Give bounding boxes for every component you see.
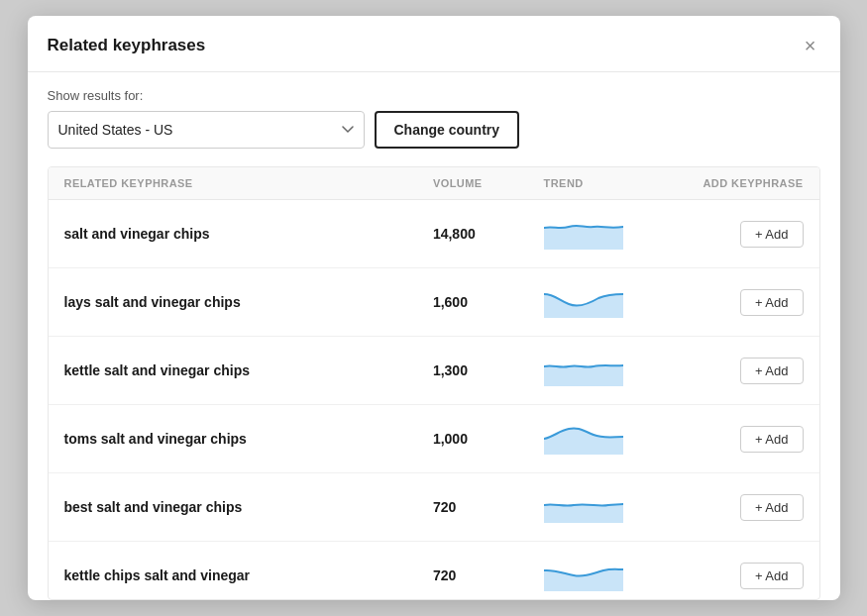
add-keyphrase-button[interactable]: + Add [740,426,804,453]
volume-cell: 720 [417,542,528,601]
keyphrase-cell: salt and vinegar chips [49,200,417,268]
add-cell: + Add [639,337,819,405]
volume-text: 1,600 [433,294,468,310]
col-header-volume: VOLUME [417,167,528,200]
trend-cell [528,200,639,268]
add-cell: + Add [639,542,819,601]
add-keyphrase-button[interactable]: + Add [740,358,804,384]
col-header-add: ADD KEYPHRASE [639,167,819,200]
volume-cell: 1,000 [417,405,528,473]
trend-cell [528,405,639,473]
table-row: salt and vinegar chips14,800+ Add [49,200,819,268]
add-cell: + Add [639,405,819,473]
keyphrase-text: kettle chips salt and vinegar [64,567,251,583]
country-row: United States - US United Kingdom - UK C… [48,111,820,149]
keyphrase-cell: best salt and vinegar chips [49,473,417,542]
table-row: toms salt and vinegar chips1,000+ Add [49,405,819,473]
volume-text: 1,000 [433,431,468,447]
keyphrase-cell: kettle salt and vinegar chips [49,337,417,405]
keyphrase-text: best salt and vinegar chips [64,499,243,515]
col-header-keyphrase: RELATED KEYPHRASE [49,167,417,200]
keyphrases-table: RELATED KEYPHRASE VOLUME TREND ADD KEYPH… [49,167,819,600]
col-header-trend: TREND [528,167,639,200]
keyphrase-text: toms salt and vinegar chips [64,431,247,447]
country-select[interactable]: United States - US United Kingdom - UK C… [48,111,365,149]
add-keyphrase-button[interactable]: + Add [740,563,804,589]
add-cell: + Add [639,200,819,268]
volume-text: 720 [433,499,456,515]
keyphrase-cell: toms salt and vinegar chips [49,405,417,473]
volume-text: 1,300 [433,362,468,378]
modal-overlay: Related keyphrases × Show results for: U… [0,0,867,616]
table-row: kettle salt and vinegar chips1,300+ Add [49,337,819,405]
add-keyphrase-button[interactable]: + Add [740,289,804,316]
trend-cell [528,268,639,337]
trend-cell [528,473,639,542]
add-keyphrase-button[interactable]: + Add [740,221,804,248]
add-keyphrase-button[interactable]: + Add [740,494,804,521]
add-cell: + Add [639,268,819,337]
close-button[interactable]: × [801,34,820,57]
modal-body: Show results for: United States - US Uni… [28,72,840,600]
show-results-label: Show results for: [48,88,820,103]
volume-cell: 1,300 [417,337,528,405]
volume-text: 14,800 [433,226,476,242]
volume-cell: 720 [417,473,528,542]
keyphrase-text: salt and vinegar chips [64,226,210,242]
modal-title: Related keyphrases [48,36,206,55]
volume-text: 720 [433,567,456,583]
trend-cell [528,337,639,405]
modal-header: Related keyphrases × [28,16,840,72]
table-row: kettle chips salt and vinegar720+ Add [49,542,819,601]
table-header-row: RELATED KEYPHRASE VOLUME TREND ADD KEYPH… [49,167,819,200]
keyphrase-cell: kettle chips salt and vinegar [49,542,417,601]
table-container: RELATED KEYPHRASE VOLUME TREND ADD KEYPH… [48,166,820,600]
table-row: lays salt and vinegar chips1,600+ Add [49,268,819,337]
modal: Related keyphrases × Show results for: U… [28,16,840,600]
volume-cell: 1,600 [417,268,528,337]
change-country-button[interactable]: Change country [375,111,520,149]
table-row: best salt and vinegar chips720+ Add [49,473,819,542]
trend-cell [528,542,639,601]
volume-cell: 14,800 [417,200,528,268]
keyphrase-text: kettle salt and vinegar chips [64,362,251,378]
keyphrase-cell: lays salt and vinegar chips [49,268,417,337]
keyphrase-text: lays salt and vinegar chips [64,294,241,310]
add-cell: + Add [639,473,819,542]
